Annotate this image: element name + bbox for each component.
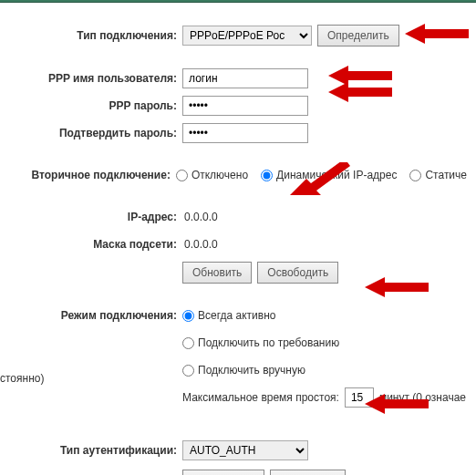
- secondary-static-label: Статиче: [425, 169, 467, 181]
- mode-manual-radio[interactable]: [182, 365, 194, 377]
- ppp-confirm-input[interactable]: [182, 123, 308, 143]
- secondary-static-radio[interactable]: [409, 170, 421, 181]
- mode-manual-label: Подключить вручную: [198, 364, 305, 377]
- form-content: Тип подключения: PPPoE/PPPoE Рос Определ…: [0, 3, 476, 475]
- idle-prefix: Максимальное время простоя:: [182, 391, 339, 404]
- connection-type-select[interactable]: PPPoE/PPPoE Рос: [182, 26, 312, 46]
- disconnect-button[interactable]: Отключить: [270, 470, 346, 475]
- mode-always-label: Всегда активно: [198, 309, 275, 322]
- secondary-disabled-radio[interactable]: [176, 170, 188, 181]
- secondary-dynamic-label: Динамический IP-адрес: [276, 169, 397, 181]
- mode-ondemand-label: Подключить по требованию: [198, 336, 339, 349]
- idle-time-input[interactable]: [345, 387, 374, 408]
- connection-type-label: Тип подключения:: [0, 29, 182, 42]
- ppp-password-input[interactable]: [182, 96, 308, 116]
- auth-type-select[interactable]: AUTO_AUTH: [182, 440, 308, 460]
- detect-button[interactable]: Определить: [317, 25, 399, 46]
- secondary-dynamic-radio[interactable]: [261, 170, 273, 181]
- release-button[interactable]: Освободить: [257, 262, 338, 284]
- ppp-username-label: PPP имя пользователя:: [0, 72, 182, 85]
- connect-button[interactable]: Подключить: [182, 470, 264, 475]
- secondary-disabled-label: Отключено: [191, 169, 248, 181]
- refresh-button[interactable]: Обновить: [182, 262, 252, 284]
- subnet-mask-value: 0.0.0.0: [182, 238, 218, 251]
- mode-always-radio[interactable]: [182, 310, 194, 322]
- edge-truncated-text: стоянно): [0, 372, 44, 385]
- ip-address-label: IP-адрес:: [0, 211, 182, 223]
- connection-mode-label: Режим подключения:: [0, 309, 182, 322]
- ppp-username-input[interactable]: [182, 68, 308, 88]
- mode-ondemand-radio[interactable]: [182, 337, 194, 349]
- idle-suffix: минут (0 означае: [379, 391, 466, 404]
- ip-address-value: 0.0.0.0: [182, 211, 218, 223]
- auth-type-label: Тип аутентификации:: [0, 444, 182, 457]
- secondary-conn-label: Вторичное подключение:: [0, 169, 176, 181]
- subnet-mask-label: Маска подсети:: [0, 238, 182, 251]
- ppp-confirm-label: Подтвердить пароль:: [0, 127, 182, 139]
- ppp-password-label: PPP пароль:: [0, 99, 182, 112]
